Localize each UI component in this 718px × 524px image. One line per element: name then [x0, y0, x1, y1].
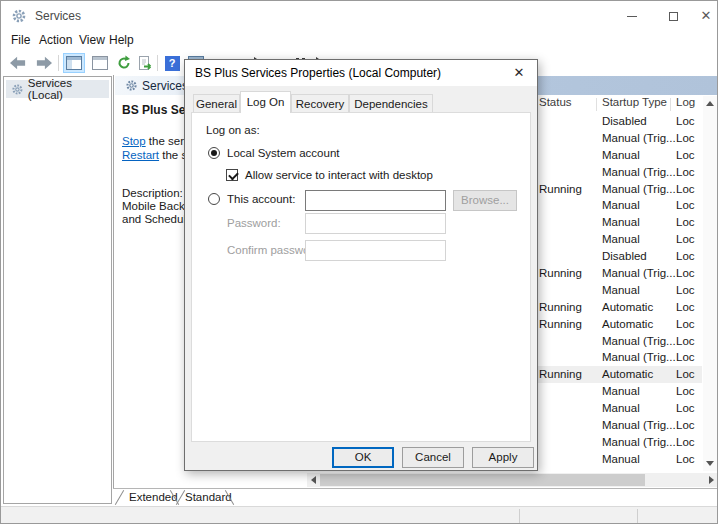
service-row[interactable]: Manual (Trig...Loc: [522, 434, 702, 451]
service-row[interactable]: RunningAutomaticLoc: [522, 299, 702, 316]
minimize-button[interactable]: [615, 1, 649, 30]
service-cell: Automatic: [602, 316, 653, 333]
tab-dependencies[interactable]: Dependencies: [349, 94, 433, 112]
service-cell: Loc: [676, 434, 695, 451]
service-cell: Loc: [676, 248, 695, 265]
menu-bar: File Action View Help: [1, 31, 717, 51]
column-header-startup-type[interactable]: Startup Type: [602, 96, 667, 113]
menu-action[interactable]: Action: [39, 33, 72, 47]
service-cell: Loc: [676, 366, 695, 383]
local-system-radio[interactable]: [208, 147, 220, 159]
refresh-button[interactable]: [113, 53, 135, 73]
service-row[interactable]: RunningManual (Trig...Loc: [522, 265, 702, 282]
service-cell: Loc: [676, 231, 695, 248]
menu-view[interactable]: View: [79, 33, 105, 47]
service-row[interactable]: ManualLoc: [522, 147, 702, 164]
service-row[interactable]: Manual (Trig...Loc: [522, 349, 702, 366]
view-tab-strip: Extended Standard: [113, 488, 717, 505]
column-header-log-on-as[interactable]: Log: [676, 96, 695, 113]
tab-standard[interactable]: Standard: [185, 491, 232, 503]
confirm-password-input[interactable]: [305, 240, 446, 261]
service-cell: Disabled: [602, 113, 647, 130]
scroll-left-icon[interactable]: [311, 476, 316, 484]
back-button[interactable]: [7, 53, 29, 73]
apply-button[interactable]: Apply: [472, 447, 534, 468]
service-row[interactable]: Manual (Trig...Loc: [522, 333, 702, 350]
scroll-up-icon[interactable]: [706, 101, 714, 106]
help-icon: ?: [165, 56, 180, 71]
this-account-label: This account:: [227, 193, 295, 205]
service-row[interactable]: ManualLoc: [522, 214, 702, 231]
browse-button[interactable]: Browse...: [453, 190, 517, 211]
service-cell: Automatic: [602, 366, 653, 383]
service-row[interactable]: ManualLoc: [522, 231, 702, 248]
cancel-button[interactable]: Cancel: [402, 447, 464, 468]
service-row[interactable]: RunningAutomaticLoc: [522, 316, 702, 333]
stop-service-link[interactable]: Stop: [122, 135, 146, 147]
service-row[interactable]: ManualLoc: [522, 197, 702, 214]
tab-general[interactable]: General: [193, 94, 240, 112]
horizontal-scrollbar[interactable]: [307, 473, 718, 487]
help-button[interactable]: ?: [161, 53, 183, 73]
scroll-right-icon[interactable]: [709, 476, 714, 484]
service-row[interactable]: RunningManual (Trig...Loc: [522, 181, 702, 198]
toolbar-separator: [157, 55, 158, 71]
forward-button[interactable]: [33, 53, 55, 73]
close-button[interactable]: ✕: [689, 1, 718, 30]
scroll-down-icon[interactable]: [706, 461, 714, 466]
forward-arrow-icon: [35, 55, 53, 71]
service-row[interactable]: ManualLoc: [522, 282, 702, 299]
this-account-radio[interactable]: [208, 193, 220, 205]
export-list-icon: [138, 55, 154, 71]
sidebar-item-services-local[interactable]: Services (Local): [6, 80, 109, 98]
local-system-label: Local System account: [227, 147, 340, 159]
service-cell: Loc: [676, 130, 695, 147]
service-row[interactable]: RunningAutomaticLoc: [522, 366, 702, 383]
service-row[interactable]: DisabledLoc: [522, 113, 702, 130]
toolbar-separator: [58, 55, 59, 71]
service-cell: Loc: [676, 147, 695, 164]
service-cell: Loc: [676, 265, 695, 282]
ok-button[interactable]: OK: [332, 447, 394, 468]
description-line: Mobile Backu: [122, 200, 186, 212]
tab-recovery[interactable]: Recovery: [291, 94, 349, 112]
service-cell: Manual: [602, 400, 640, 417]
service-cell: Loc: [676, 417, 695, 434]
properties-button[interactable]: [89, 53, 111, 73]
scrollbar-thumb[interactable]: [320, 474, 645, 486]
service-row[interactable]: ManualLoc: [522, 383, 702, 400]
dialog-title-bar: BS Plus Services Properties (Local Compu…: [185, 60, 537, 86]
vertical-scrollbar[interactable]: [703, 96, 718, 471]
service-row[interactable]: ManualLoc: [522, 451, 702, 468]
menu-help[interactable]: Help: [109, 33, 134, 47]
column-divider[interactable]: [596, 98, 597, 111]
menu-file[interactable]: File: [11, 33, 30, 47]
service-cell: Running: [539, 299, 582, 316]
service-cell: Manual (Trig...: [602, 181, 676, 198]
back-arrow-icon: [9, 55, 27, 71]
service-row[interactable]: Manual (Trig...Loc: [522, 164, 702, 181]
column-header-status[interactable]: Status: [539, 96, 572, 113]
service-row[interactable]: Manual (Trig...Loc: [522, 130, 702, 147]
interact-desktop-checkbox[interactable]: [226, 169, 238, 181]
show-console-tree-button[interactable]: [63, 53, 85, 73]
account-input[interactable]: [305, 190, 446, 211]
selected-service-title: BS Plus Services: [122, 103, 186, 117]
maximize-button[interactable]: [656, 1, 690, 30]
restart-service-link[interactable]: Restart: [122, 149, 159, 161]
service-row[interactable]: Manual (Trig...Loc: [522, 417, 702, 434]
tab-slant: [115, 490, 124, 505]
service-row[interactable]: ManualLoc: [522, 400, 702, 417]
column-divider[interactable]: [670, 98, 671, 111]
restart-service-line: Restart the service: [122, 149, 186, 161]
statusbar-divider: [519, 509, 520, 524]
export-list-button[interactable]: [135, 53, 157, 73]
tab-log-on[interactable]: Log On: [240, 91, 291, 113]
dialog-close-button[interactable]: ✕: [505, 62, 533, 84]
service-row[interactable]: DisabledLoc: [522, 248, 702, 265]
service-cell: Manual: [602, 214, 640, 231]
service-cell: Loc: [676, 113, 695, 130]
window-icon: [92, 56, 108, 70]
description-label: Description:: [122, 187, 186, 199]
password-input[interactable]: [305, 213, 446, 234]
